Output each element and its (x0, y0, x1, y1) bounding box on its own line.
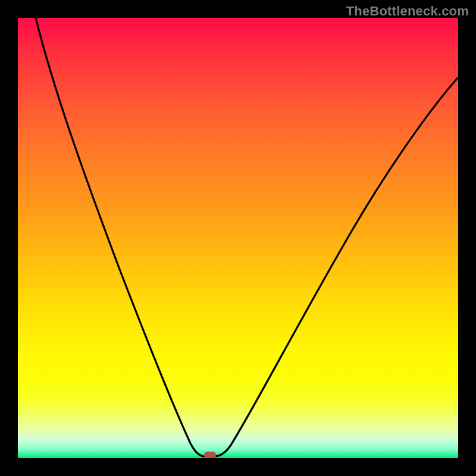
plot-area (18, 18, 458, 458)
trough-marker (204, 452, 216, 458)
bottleneck-curve (36, 18, 458, 456)
attribution-watermark: TheBottleneck.com (346, 4, 469, 19)
chart-container: TheBottleneck.com (0, 0, 476, 476)
bottleneck-curve-svg (18, 18, 458, 458)
